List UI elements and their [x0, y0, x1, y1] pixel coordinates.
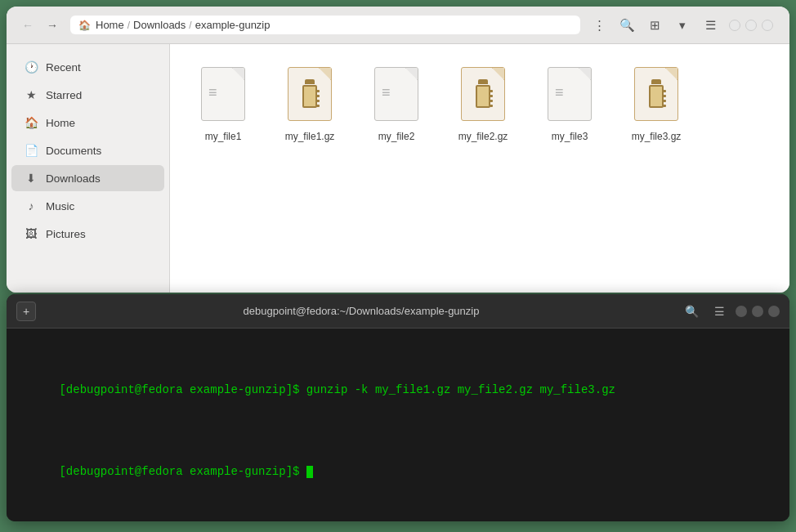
- wm-buttons: − □ ✕: [729, 20, 773, 31]
- file-name: my_file1: [205, 131, 242, 142]
- sidebar-label-downloads: Downloads: [46, 172, 101, 185]
- view-list-button[interactable]: ⊞: [642, 13, 667, 38]
- view-menu-button[interactable]: ☰: [698, 13, 722, 38]
- nav-arrows: ← →: [16, 14, 64, 37]
- sidebar-label-pictures: Pictures: [46, 228, 86, 240]
- sidebar-label-music: Music: [46, 200, 74, 212]
- fm-body: 🕐 Recent ★ Starred 🏠 Home 📄 Documents ⬇ …: [7, 44, 789, 293]
- sidebar-label-documents: Documents: [46, 145, 101, 157]
- recent-icon: 🕐: [25, 60, 38, 74]
- breadcrumb-home[interactable]: Home: [96, 19, 124, 31]
- back-button[interactable]: ←: [16, 14, 39, 37]
- documents-icon: 📄: [25, 144, 38, 157]
- file-item[interactable]: my_file2: [360, 60, 433, 149]
- terminal-maximize-button[interactable]: □: [752, 306, 763, 317]
- file-item[interactable]: my_file2.gz: [446, 60, 520, 149]
- terminal-close-button[interactable]: ✕: [768, 306, 780, 317]
- file-name: my_file3.gz: [632, 131, 682, 142]
- toolbar-actions: ⋮ 🔍 ⊞ ▾ ☰: [587, 13, 722, 38]
- file-name: my_file2: [378, 131, 415, 142]
- file-item[interactable]: my_file3.gz: [619, 60, 693, 149]
- sidebar-item-downloads[interactable]: ⬇ Downloads: [11, 165, 164, 191]
- terminal-window: + debugpoint@fedora:~/Downloads/example-…: [7, 294, 789, 521]
- sidebar-item-starred[interactable]: ★ Starred: [11, 82, 164, 108]
- file-icon-gz: [630, 67, 682, 126]
- file-manager-window: ← → 🏠 Home / Downloads / example-gunzip …: [7, 7, 789, 293]
- breadcrumb-sep2: /: [189, 20, 191, 31]
- file-icon-gz: [284, 67, 336, 126]
- sidebar-label-starred: Starred: [46, 89, 82, 101]
- menu-button[interactable]: ⋮: [587, 13, 611, 38]
- sidebar-label-recent: Recent: [46, 61, 81, 74]
- maximize-button[interactable]: □: [745, 20, 757, 31]
- terminal-line-2: [debugpoint@fedora example-gunzip]$: [18, 444, 778, 498]
- pictures-icon: 🖼: [25, 227, 38, 240]
- term-right-actions: 🔍 ☰ − □ ✕: [680, 300, 780, 323]
- breadcrumb-current[interactable]: example-gunzip: [195, 19, 271, 31]
- file-grid: my_file1: [170, 44, 789, 293]
- sidebar-item-music[interactable]: ♪ Music: [11, 193, 164, 219]
- home-icon: 🏠: [78, 20, 91, 31]
- fm-titlebar: ← → 🏠 Home / Downloads / example-gunzip …: [7, 7, 789, 44]
- breadcrumb-downloads[interactable]: Downloads: [133, 19, 186, 31]
- terminal-menu-button[interactable]: ☰: [708, 300, 731, 323]
- file-name: my_file1.gz: [285, 131, 335, 142]
- sidebar: 🕐 Recent ★ Starred 🏠 Home 📄 Documents ⬇ …: [7, 44, 170, 293]
- file-name: my_file2.gz: [458, 131, 508, 142]
- terminal-add-tab-button[interactable]: +: [16, 302, 36, 321]
- home-sidebar-icon: 🏠: [25, 116, 38, 129]
- terminal-search-button[interactable]: 🔍: [680, 300, 703, 323]
- term-title: debugpoint@fedora:~/Downloads/example-gu…: [42, 305, 680, 317]
- breadcrumb-sep1: /: [127, 20, 130, 31]
- file-icon-plain: [197, 67, 249, 126]
- file-icon-plain: [370, 67, 423, 126]
- search-button[interactable]: 🔍: [615, 13, 639, 38]
- term-left-actions: +: [16, 302, 42, 321]
- file-item[interactable]: my_file1: [186, 60, 260, 149]
- starred-icon: ★: [25, 88, 38, 101]
- forward-button[interactable]: →: [41, 14, 64, 37]
- close-button[interactable]: ✕: [762, 20, 773, 31]
- sidebar-item-pictures[interactable]: 🖼 Pictures: [11, 221, 164, 247]
- terminal-prompt-2: [debugpoint@fedora example-gunzip]$: [59, 465, 306, 478]
- minimize-button[interactable]: −: [729, 20, 740, 31]
- downloads-icon: ⬇: [25, 172, 38, 185]
- term-titlebar: + debugpoint@fedora:~/Downloads/example-…: [7, 294, 789, 329]
- terminal-line-1: [debugpoint@fedora example-gunzip]$ gunz…: [18, 363, 778, 418]
- terminal-cursor: [306, 466, 313, 478]
- sidebar-item-documents[interactable]: 📄 Documents: [11, 137, 164, 163]
- file-icon-gz: [457, 67, 509, 126]
- terminal-minimize-button[interactable]: −: [736, 306, 747, 317]
- terminal-body[interactable]: [debugpoint@fedora example-gunzip]$ gunz…: [7, 329, 789, 521]
- sidebar-label-home: Home: [46, 117, 75, 129]
- breadcrumb: 🏠 Home / Downloads / example-gunzip: [70, 16, 580, 34]
- file-item[interactable]: my_file3: [533, 60, 606, 149]
- file-icon-plain: [543, 67, 596, 126]
- view-dropdown-button[interactable]: ▾: [670, 13, 695, 38]
- sidebar-item-home[interactable]: 🏠 Home: [11, 110, 164, 136]
- music-icon: ♪: [25, 199, 38, 212]
- file-item[interactable]: my_file1.gz: [273, 60, 347, 149]
- terminal-prompt-1: [debugpoint@fedora example-gunzip]$ gunz…: [59, 383, 615, 396]
- file-name: my_file3: [552, 131, 588, 142]
- sidebar-item-recent[interactable]: 🕐 Recent: [11, 54, 164, 80]
